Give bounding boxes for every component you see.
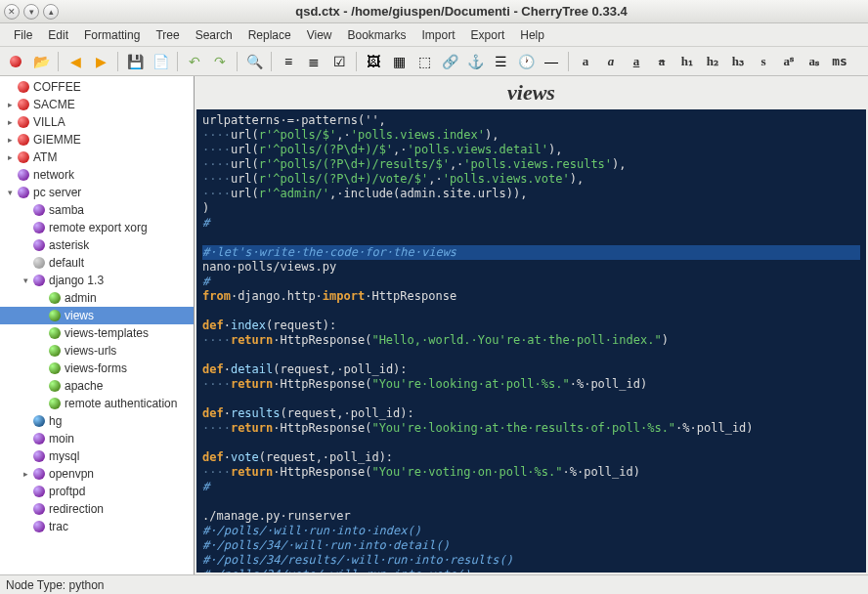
format-sup-icon[interactable]: aˢ [777,50,801,73]
minimize-window-btn[interactable]: ▾ [23,4,39,20]
tree-expand-arrow[interactable]: ▾ [4,188,16,197]
export-pdf-icon[interactable]: 📄 [149,50,172,73]
timestamp-icon[interactable]: 🕐 [514,50,538,73]
cherry-icon [31,519,47,534]
format-underline-icon[interactable]: a [625,50,648,73]
tree-node-views-urls[interactable]: views-urls [0,342,194,360]
new-node-icon[interactable] [4,50,27,73]
format-mono-icon[interactable]: ms [828,50,851,73]
window-title: qsd.ctx - /home/giuspen/Documenti - Cher… [59,4,864,19]
format-h2-icon[interactable]: h₂ [701,50,724,73]
menu-import[interactable]: Import [414,25,463,45]
tree-node-hg[interactable]: hg [0,412,194,430]
tree-node-label: trac [49,520,68,533]
tree-expand-arrow[interactable]: ▸ [4,117,16,127]
tree-node-openvpn[interactable]: ▸openvpn [0,465,194,483]
list-todo-icon[interactable]: ☑ [327,50,351,73]
tree-node-views-templates[interactable]: views-templates [0,324,194,342]
tree-node-giemme[interactable]: ▸GIEMME [0,131,194,148]
tree-node-django-1-3[interactable]: ▾django 1.3 [0,272,194,289]
menubar: FileEditFormattingTreeSearchReplaceViewB… [0,23,868,47]
tree-node-admin[interactable]: admin [0,289,194,307]
tree-node-samba[interactable]: samba [0,201,194,219]
format-bold-icon[interactable]: a [574,50,597,73]
tree-node-apache[interactable]: apache [0,377,194,395]
menu-edit[interactable]: Edit [40,25,76,45]
tree-node-proftpd[interactable]: proftpd [0,483,194,500]
tree-node-asterisk[interactable]: asterisk [0,236,194,254]
list-bullet-icon[interactable]: ≡ [277,50,300,73]
cherry-icon [16,149,31,165]
tree-node-label: ATM [33,150,57,164]
search-icon[interactable]: 🔍 [242,50,266,73]
tree-node-redirection[interactable]: redirection [0,500,194,518]
save-icon[interactable]: 💾 [123,50,147,73]
menu-export[interactable]: Export [463,25,513,45]
tree-node-label: SACME [33,98,75,111]
cherry-icon [31,273,47,288]
tree-node-label: COFFEE [33,80,81,94]
tree-node-pc-server[interactable]: ▾pc server [0,184,194,201]
format-strike-icon[interactable]: a [650,50,673,73]
tree-node-label: django 1.3 [49,274,104,287]
format-italic-icon[interactable]: a [599,50,623,73]
tree-expand-arrow[interactable]: ▸ [4,152,16,162]
format-sub-icon[interactable]: aₛ [803,50,826,73]
menu-help[interactable]: Help [512,25,552,45]
tree-node-label: views-urls [65,344,116,358]
menu-replace[interactable]: Replace [240,25,299,45]
menu-view[interactable]: View [299,25,340,45]
tree-panel[interactable]: COFFEE▸SACME▸VILLA▸GIEMME▸ATMnetwork▾pc … [0,76,195,574]
editor-panel: views urlpatterns·=·patterns('', ····url… [195,76,868,574]
tree-node-atm[interactable]: ▸ATM [0,148,194,166]
tree-expand-arrow[interactable]: ▸ [4,100,16,109]
format-small-icon[interactable]: s [752,50,775,73]
link-icon[interactable]: 🔗 [438,50,461,73]
menu-file[interactable]: File [6,25,40,45]
open-file-icon[interactable]: 📂 [29,50,53,73]
cherry-icon [31,431,47,446]
tree-node-default[interactable]: default [0,254,194,272]
code-editor[interactable]: urlpatterns·=·patterns('', ····url(r'^po… [196,109,866,573]
image-icon[interactable]: 🖼 [362,50,385,73]
hr-icon[interactable]: ― [540,50,563,73]
tree-node-label: GIEMME [33,133,81,147]
tree-expand-arrow[interactable]: ▸ [20,469,31,479]
forward-icon[interactable]: ▶ [89,50,112,73]
undo-icon[interactable]: ↶ [183,50,206,73]
list-number-icon[interactable]: ≣ [302,50,326,73]
cherry-icon [31,237,47,253]
redo-icon[interactable]: ↷ [208,50,232,73]
menu-search[interactable]: Search [188,25,240,45]
tree-node-remote-export-xorg[interactable]: remote export xorg [0,219,194,236]
tree-node-coffee[interactable]: COFFEE [0,78,194,96]
back-icon[interactable]: ◀ [64,50,87,73]
tree-node-trac[interactable]: trac [0,518,194,535]
cherry-icon [16,132,31,148]
cherry-icon [47,290,63,306]
tree-expand-arrow[interactable]: ▾ [20,276,31,285]
table-icon[interactable]: ▦ [387,50,411,73]
format-h3-icon[interactable]: h₃ [726,50,750,73]
tree-node-label: samba [49,203,84,217]
format-h1-icon[interactable]: h₁ [675,50,699,73]
tree-node-mysql[interactable]: mysql [0,447,194,465]
tree-node-network[interactable]: network [0,166,194,184]
tree-node-views[interactable]: views [0,307,194,324]
menu-bookmarks[interactable]: Bookmarks [339,25,413,45]
codebox-icon[interactable]: ⬚ [412,50,436,73]
tree-node-moin[interactable]: moin [0,430,194,447]
close-window-btn[interactable]: ✕ [4,4,20,20]
tree-node-remote-authentication[interactable]: remote authentication [0,395,194,412]
toc-icon[interactable]: ☰ [489,50,512,73]
tree-node-sacme[interactable]: ▸SACME [0,96,194,113]
status-text: Node Type: python [6,578,105,592]
tree-node-views-forms[interactable]: views-forms [0,360,194,377]
tree-expand-arrow[interactable]: ▸ [4,135,16,145]
menu-formatting[interactable]: Formatting [76,25,148,45]
anchor-icon[interactable]: ⚓ [463,50,487,73]
tree-node-villa[interactable]: ▸VILLA [0,113,194,131]
cherry-icon [31,413,47,429]
maximize-window-btn[interactable]: ▴ [43,4,59,20]
menu-tree[interactable]: Tree [148,25,187,45]
